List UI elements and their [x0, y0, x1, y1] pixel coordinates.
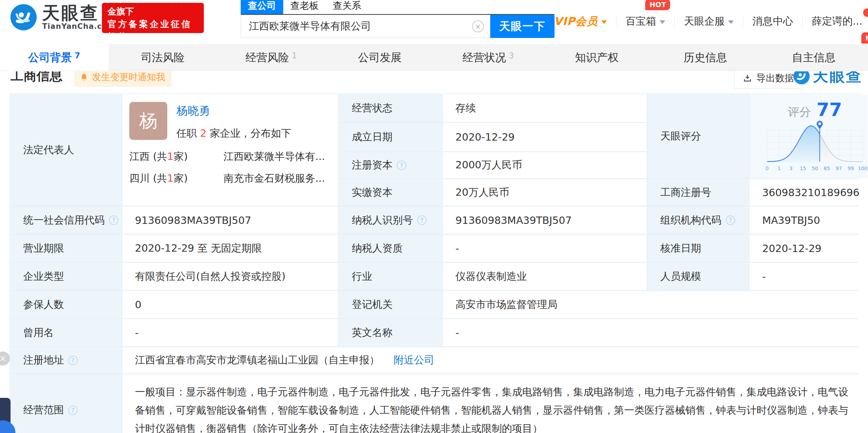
field-value-status: 存续: [443, 94, 647, 122]
tab-count: 3: [509, 51, 514, 60]
tab-self-info[interactable]: 自主信息 HOT: [759, 44, 868, 71]
field-label-reg-capital: 注册资本?: [339, 152, 442, 178]
vip-menu-item[interactable]: VIP会员: [554, 14, 607, 29]
svg-text:85: 85: [824, 166, 830, 171]
message-center-menu-item[interactable]: 消息中心: [752, 14, 793, 28]
legal-rep-distribution: 江西 (共1家) 江西欧莱微半导体有... 四川 (共1家) 南充市金石财税服务…: [129, 150, 338, 186]
legal-rep-tenure: 任职 2 家企业，分布如下: [176, 127, 291, 141]
field-label-org-code: 组织机构代码?: [648, 207, 749, 234]
tab-operating-risk[interactable]: 经营风险 1: [217, 44, 326, 71]
nearby-companies-link[interactable]: 附近公司: [394, 353, 434, 367]
field-label-insured-count: 参保人数: [11, 291, 121, 318]
chevron-down-icon: [728, 20, 734, 24]
search-tab-relation[interactable]: 查关系: [326, 0, 368, 14]
business-info-table: 法定代表人 杨 杨晓勇 任职 2 家企业，分布如下 江西 (共1家): [9, 93, 859, 433]
svg-text:100: 100: [858, 166, 868, 171]
field-label-term: 营业期限: [11, 235, 121, 262]
search-input[interactable]: [241, 15, 490, 38]
related-company-link[interactable]: 南充市金石财税服务...: [224, 172, 325, 186]
help-icon[interactable]: ?: [68, 406, 78, 415]
field-label-business-scope: 经营范围?: [11, 374, 121, 433]
score-value: 77: [817, 99, 842, 120]
svg-text:3: 3: [790, 166, 793, 171]
field-label-staff-size: 人员规模: [648, 263, 749, 290]
tianyancha-logo-icon: [10, 4, 37, 31]
svg-text:0: 0: [766, 166, 769, 171]
field-label-est-date: 成立日期: [339, 123, 442, 151]
search-tabs: 查公司 查老板 查关系: [241, 0, 555, 15]
field-value-former-name: -: [122, 319, 338, 346]
svg-text:97: 97: [836, 166, 842, 171]
tab-company-development[interactable]: 公司发展: [325, 44, 434, 71]
help-icon[interactable]: ?: [109, 215, 118, 225]
legal-rep-name-link[interactable]: 杨晓勇: [176, 103, 291, 119]
field-value-staff-size: -: [750, 263, 868, 290]
svg-text:1: 1: [778, 166, 781, 171]
help-icon[interactable]: ?: [68, 356, 78, 365]
menu-divider: [802, 16, 803, 27]
help-icon[interactable]: ?: [417, 215, 427, 225]
field-value-term: 2020-12-29 至 无固定期限: [122, 235, 338, 262]
search-row: × 天眼一下: [241, 15, 555, 38]
avatar[interactable]: 杨: [129, 102, 167, 140]
field-value-reg-capital: 2000万人民币: [443, 152, 647, 178]
enterprise-service-menu-item[interactable]: 天眼企服: [684, 14, 734, 28]
field-label-paid-capital: 实缴资本: [339, 179, 442, 206]
chevron-down-icon: [660, 20, 665, 24]
menu-divider: [743, 16, 743, 27]
related-company-link[interactable]: 江西欧莱微半导体有...: [224, 150, 325, 164]
field-label-taxpayer-qual: 纳税人资质: [339, 235, 442, 262]
top-menu: VIP会员 HOT 百宝箱 天眼企服 消息中心 薛定谔的...: [554, 14, 862, 29]
field-label-english-name: 英文名称: [339, 319, 442, 346]
field-value-org-code: MA39TBJ50: [750, 207, 868, 234]
close-icon[interactable]: ×: [0, 351, 10, 366]
treasure-box-menu-item[interactable]: HOT 百宝箱: [626, 14, 665, 28]
tab-company-background[interactable]: 公司背景 7: [0, 44, 109, 71]
field-value-approval-date: 2020-12-29: [750, 235, 868, 262]
field-label-industry: 行业: [339, 263, 442, 290]
tianyan-score-cell: 评分 77 0131550859799100: [750, 94, 868, 178]
field-label-status: 经营状态: [339, 94, 442, 122]
tab-operating-status[interactable]: 经营状况 3: [434, 44, 543, 71]
company-nav-tabs: 公司背景 7 司法风险 经营风险 1 公司发展 经营状况 3 知识产权 历史信息…: [0, 44, 868, 71]
business-info-section-head: 工商信息 发生变更时通知我 导出数据 天眼查: [0, 71, 868, 93]
field-value-reg-number: 360983210189696: [750, 179, 868, 206]
field-value-industry: 仪器仪表制造业: [443, 263, 647, 290]
top-header: 天眼查 TianYanCha.com 国家中小企业发展子基金旗下 官方备案企业征…: [0, 0, 868, 39]
tab-count: 1: [292, 51, 297, 60]
field-value-est-date: 2020-12-29: [443, 123, 647, 151]
field-label-former-name: 曾用名: [11, 319, 121, 346]
search-block: 查公司 查老板 查关系 × 天眼一下: [241, 0, 555, 38]
notification-dot: [863, 8, 868, 17]
search-tab-boss[interactable]: 查老板: [283, 0, 326, 14]
score-caption: 评分: [788, 104, 811, 120]
list-item: 江西 (共1家) 江西欧莱微半导体有...: [129, 150, 338, 164]
tianyancha-watermark: 天眼查: [793, 71, 862, 86]
field-label-reg-address: 注册地址?: [11, 347, 121, 373]
hot-badge: HOT: [861, 32, 868, 44]
tab-intellectual-property[interactable]: 知识产权: [543, 44, 651, 71]
chevron-down-icon: [601, 20, 607, 24]
user-menu-item[interactable]: 薛定谔的...: [812, 14, 862, 28]
clear-search-icon[interactable]: ×: [472, 20, 484, 32]
help-icon[interactable]: ?: [726, 215, 735, 225]
tianyancha-logo[interactable]: 天眼查 TianYanCha.com: [10, 4, 115, 31]
notify-on-change-button[interactable]: 发生变更时通知我: [75, 71, 171, 87]
search-button[interactable]: 天眼一下: [490, 15, 555, 38]
field-value-english-name: -: [443, 319, 868, 346]
svg-text:99: 99: [848, 166, 854, 171]
search-tab-company[interactable]: 查公司: [241, 0, 283, 14]
export-data-button[interactable]: 导出数据: [734, 71, 803, 89]
field-value-credit-code: 91360983MA39TBJ507: [122, 207, 338, 234]
tab-history-info[interactable]: 历史信息: [651, 44, 760, 71]
field-value-reg-address: 江西省宜春市高安市龙潭镇老福山工业园（自主申报） 附近公司: [122, 347, 868, 373]
svg-text:15: 15: [800, 166, 806, 171]
help-icon[interactable]: ?: [397, 161, 406, 170]
field-label-approval-date: 核准日期: [648, 235, 749, 262]
field-value-taxpayer-qual: -: [443, 235, 647, 262]
tianyancha-logo-icon: [793, 71, 810, 85]
field-label-company-type: 企业类型: [11, 263, 121, 290]
field-value-taxpayer-id: 91360983MA39TBJ507: [443, 207, 647, 234]
score-distribution-chart: 0131550859799100: [762, 120, 868, 176]
tab-judicial-risk[interactable]: 司法风险: [109, 44, 217, 71]
